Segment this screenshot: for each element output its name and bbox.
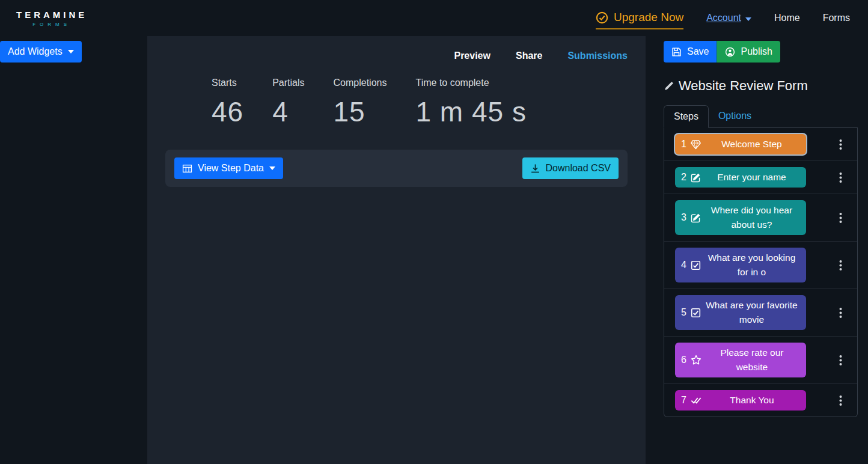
save-label: Save xyxy=(687,46,709,58)
nav-forms[interactable]: Forms xyxy=(823,13,850,23)
stat-label: Completions xyxy=(334,78,387,88)
step-menu-kebab-icon[interactable] xyxy=(836,353,845,367)
stat: Time to complete1 m 45 s xyxy=(415,78,526,128)
pencil-icon[interactable] xyxy=(664,81,674,91)
steps-list: 1Welcome Step2Enter your name3Where did … xyxy=(664,128,858,417)
stat: Partials4 xyxy=(272,78,304,128)
person-badge-icon xyxy=(725,47,735,57)
step-number: 3 xyxy=(681,212,686,223)
page-layout: Add Widgets PreviewShareSubmissions Star… xyxy=(0,36,868,464)
stat-label: Starts xyxy=(212,78,243,88)
step-row: 2Enter your name xyxy=(664,161,857,194)
tab-preview[interactable]: Preview xyxy=(454,50,490,61)
step-row: 1Welcome Step xyxy=(664,128,857,161)
stat: Completions15 xyxy=(334,78,387,128)
step-card[interactable]: 2Enter your name xyxy=(675,167,806,188)
header-nav: Upgrade Now Account Home Forms xyxy=(596,7,850,29)
step-number: 6 xyxy=(681,355,686,365)
view-step-data-label: View Step Data xyxy=(198,162,264,174)
stat: Starts46 xyxy=(212,78,243,128)
step-label: What are you looking for in o xyxy=(703,251,800,279)
step-number: 2 xyxy=(681,172,686,183)
main-tabs: PreviewShareSubmissions xyxy=(165,50,628,61)
stat-value: 1 m 45 s xyxy=(415,96,526,128)
step-card[interactable]: 7Thank You xyxy=(675,390,806,411)
download-csv-label: Download CSV xyxy=(546,162,611,174)
teramine-logo[interactable]: TERAMINE FORMS xyxy=(16,10,87,27)
stat-label: Partials xyxy=(272,78,304,88)
step-label: Where did you hear about us? xyxy=(703,203,800,232)
form-title-row: Website Review Form xyxy=(664,78,858,94)
logo-title: TERAMINE xyxy=(16,10,87,20)
publish-button[interactable]: Publish xyxy=(717,41,780,63)
step-card[interactable]: 3Where did you hear about us? xyxy=(675,200,806,235)
gem-icon xyxy=(691,139,701,150)
account-label: Account xyxy=(706,13,741,23)
step-card[interactable]: 4What are you looking for in o xyxy=(675,248,806,282)
step-label: What are your favorite movie xyxy=(703,298,800,327)
caret-down-icon xyxy=(68,50,74,53)
view-step-data-button[interactable]: View Step Data xyxy=(174,157,283,179)
logo-subtitle: FORMS xyxy=(16,22,87,27)
step-menu-kebab-icon[interactable] xyxy=(836,394,845,408)
left-sidebar: Add Widgets xyxy=(0,36,147,464)
step-menu-kebab-icon[interactable] xyxy=(836,306,845,320)
step-label: Please rate our website xyxy=(704,346,800,374)
pencil-square-icon xyxy=(691,213,701,223)
step-menu-kebab-icon[interactable] xyxy=(836,171,845,185)
panel-tab-options[interactable]: Options xyxy=(709,105,761,127)
double-check-icon xyxy=(691,395,701,406)
step-label: Welcome Step xyxy=(703,137,800,151)
check-square-icon xyxy=(691,260,701,270)
toolbar-card: View Step Data Download CSV xyxy=(165,150,628,187)
step-card[interactable]: 6Please rate our website xyxy=(675,343,806,377)
account-dropdown[interactable]: Account xyxy=(706,13,751,23)
step-number: 4 xyxy=(681,260,686,270)
step-menu-kebab-icon[interactable] xyxy=(836,211,845,225)
step-row: 4What are you looking for in o xyxy=(664,242,857,289)
badge-check-icon xyxy=(596,11,608,24)
pencil-square-icon xyxy=(691,172,701,183)
step-card[interactable]: 1Welcome Step xyxy=(675,134,806,154)
caret-down-icon xyxy=(745,13,751,23)
tab-share[interactable]: Share xyxy=(516,50,542,61)
save-icon xyxy=(671,47,682,57)
upgrade-now-label: Upgrade Now xyxy=(614,11,683,24)
main-panel: PreviewShareSubmissions Starts46Partials… xyxy=(147,36,646,464)
upgrade-now-link[interactable]: Upgrade Now xyxy=(596,11,683,29)
form-panel: Save Publish Website Review Form StepsOp… xyxy=(646,36,868,464)
download-icon xyxy=(530,163,540,174)
stat-value: 46 xyxy=(212,96,243,128)
table-icon xyxy=(182,163,192,174)
save-publish-group: Save Publish xyxy=(664,41,858,63)
download-csv-button[interactable]: Download CSV xyxy=(522,157,619,179)
star-icon xyxy=(691,355,701,365)
stat-value: 4 xyxy=(272,96,304,128)
step-number: 5 xyxy=(681,307,686,318)
add-widgets-label: Add Widgets xyxy=(8,46,63,58)
check-square-icon xyxy=(691,308,701,318)
step-row: 5What are your favorite movie xyxy=(664,289,857,337)
step-row: 3Where did you hear about us? xyxy=(664,194,857,242)
tab-submissions[interactable]: Submissions xyxy=(567,50,628,61)
add-widgets-button[interactable]: Add Widgets xyxy=(0,41,82,63)
step-row: 7Thank You xyxy=(664,384,857,417)
panel-tabs: StepsOptions xyxy=(664,105,858,128)
nav-home[interactable]: Home xyxy=(774,13,800,23)
stat-value: 15 xyxy=(334,96,387,128)
stats-row: Starts46Partials4Completions15Time to co… xyxy=(212,78,628,128)
step-row: 6Please rate our website xyxy=(664,337,857,384)
step-menu-kebab-icon[interactable] xyxy=(836,258,845,272)
caret-down-icon xyxy=(269,166,275,170)
top-header: TERAMINE FORMS Upgrade Now Account Home … xyxy=(0,0,868,36)
step-menu-kebab-icon[interactable] xyxy=(836,138,845,151)
publish-label: Publish xyxy=(741,46,772,58)
step-card[interactable]: 5What are your favorite movie xyxy=(675,295,806,330)
step-label: Enter your name xyxy=(703,170,800,185)
step-label: Thank You xyxy=(704,393,800,408)
panel-tab-steps[interactable]: Steps xyxy=(664,105,709,128)
step-number: 1 xyxy=(681,139,686,150)
stat-label: Time to complete xyxy=(415,78,526,88)
save-button[interactable]: Save xyxy=(664,41,717,63)
form-title: Website Review Form xyxy=(679,78,808,94)
